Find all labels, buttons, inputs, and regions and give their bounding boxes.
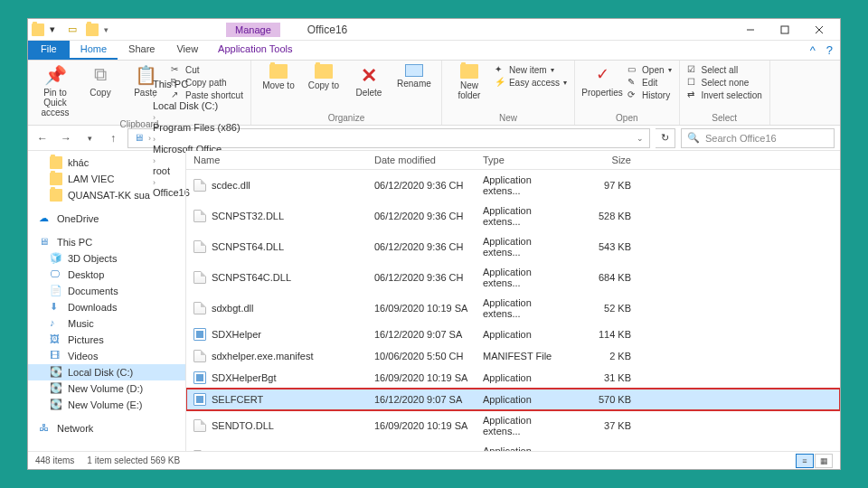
select-all-button[interactable]: ☑Select all [687, 64, 762, 75]
copy-to-button[interactable]: Copy to [304, 64, 344, 90]
search-input[interactable]: 🔍 Search Office16 [681, 128, 835, 148]
minimize-button[interactable] [733, 19, 768, 41]
file-size: 31 KB [575, 369, 638, 387]
file-row[interactable]: SCNPST64.DLL06/12/2020 9:36 CHApplicatio… [186, 231, 840, 262]
column-type[interactable]: Type [476, 151, 575, 169]
refresh-button[interactable]: ↻ [656, 128, 675, 148]
file-name: SENDTO.DLL [212, 420, 274, 431]
view-tab[interactable]: View [165, 41, 209, 60]
thumbnails-view-button[interactable]: ▦ [815, 454, 833, 468]
file-row[interactable]: SDXHelperBgt16/09/2020 10:19 SAApplicati… [186, 367, 840, 389]
file-type: Application extens... [476, 411, 575, 440]
nav-item[interactable]: 🖵Desktop [28, 267, 185, 283]
address-bar-row: ← → ▾ ↑ 🖥 › This PC›Local Disk (C:)›Prog… [28, 126, 840, 151]
folder-icon [50, 173, 62, 185]
rename-button[interactable]: Rename [394, 64, 434, 89]
invert-selection-button[interactable]: ⇄Invert selection [687, 89, 762, 100]
up-button[interactable]: ↑ [104, 129, 122, 147]
file-tab[interactable]: File [28, 41, 70, 60]
nav-item[interactable]: 💽New Volume (D:) [28, 380, 185, 397]
navigation-pane[interactable]: khácLAM VIECQUANSAT-KK sua ☁OneDrive 🖥Th… [28, 151, 186, 451]
network-item[interactable]: 🖧Network [28, 420, 185, 436]
drive-icon: ♪ [50, 317, 62, 330]
nav-item[interactable]: 🎞Videos [28, 348, 185, 364]
maximize-button[interactable] [768, 19, 802, 41]
file-row[interactable]: SDXHelper16/12/2020 9:07 SAApplication11… [186, 324, 840, 345]
new-folder-button[interactable]: New folder [449, 64, 489, 100]
file-row[interactable]: SCNPST32.DLL06/12/2020 9:36 CHApplicatio… [186, 201, 840, 231]
nav-item[interactable]: ⬇Downloads [28, 299, 185, 315]
file-name: SCNPST64C.DLL [212, 272, 291, 283]
folder-icon [50, 156, 62, 169]
file-date: 06/12/2020 9:36 CH [367, 268, 476, 286]
file-list[interactable]: Name Date modified Type Size scdec.dll06… [186, 151, 840, 451]
breadcrumb-item[interactable]: This PC [153, 79, 241, 89]
file-icon [193, 393, 206, 406]
delete-button[interactable]: ✕Delete [349, 64, 389, 98]
manage-tab[interactable]: Manage [226, 23, 280, 37]
breadcrumb-item[interactable]: Local Disk (C:) [153, 100, 241, 111]
breadcrumb[interactable]: 🖥 › This PC›Local Disk (C:)›Program File… [127, 128, 650, 148]
group-label: Organize [259, 111, 434, 125]
file-row[interactable]: SENDTO.DLL16/09/2020 10:19 SAApplication… [186, 410, 840, 441]
help-icon[interactable]: ? [826, 41, 833, 60]
column-date[interactable]: Date modified [367, 151, 476, 169]
breadcrumb-item[interactable]: Program Files (x86) [153, 122, 241, 133]
new-item-button[interactable]: ✦New item ▾ [495, 64, 567, 75]
nav-item[interactable]: QUANSAT-KK sua [28, 187, 185, 203]
easy-access-button[interactable]: ⚡Easy access ▾ [495, 77, 567, 88]
copy-button[interactable]: ⧉Copy [80, 64, 120, 98]
column-name[interactable]: Name [186, 151, 367, 169]
file-row[interactable]: SCNPST64C.DLL06/12/2020 9:36 CHApplicati… [186, 262, 840, 293]
move-to-button[interactable]: Move to [259, 64, 298, 90]
selection-status: 1 item selected 569 KB [87, 455, 180, 465]
onedrive-item[interactable]: ☁OneDrive [28, 211, 185, 227]
drive-icon: 💽 [50, 399, 62, 411]
file-row[interactable]: SELFCERT16/12/2020 9:07 SAApplication570… [186, 389, 840, 410]
share-tab[interactable]: Share [118, 41, 165, 60]
file-row[interactable]: sdxbgt.dll16/09/2020 10:19 SAApplication… [186, 293, 840, 324]
recent-button[interactable]: ▾ [80, 129, 99, 147]
home-tab[interactable]: Home [70, 41, 118, 60]
nav-item[interactable]: 🖼Pictures [28, 332, 185, 348]
details-view-button[interactable]: ≡ [796, 454, 814, 468]
chevron-down-icon: ▾ [551, 66, 554, 74]
nav-item[interactable]: khác [28, 155, 185, 171]
properties-icon[interactable]: ▭ [68, 23, 80, 36]
expand-ribbon-icon[interactable]: ^ [810, 41, 816, 60]
column-size[interactable]: Size [575, 151, 638, 169]
application-tools-tab[interactable]: Application Tools [209, 41, 301, 60]
nav-item[interactable]: LAM VIEC [28, 171, 185, 187]
this-pc-item[interactable]: 🖥This PC [28, 234, 185, 250]
down-icon[interactable]: ▾ [50, 23, 62, 36]
properties-button[interactable]: ✓Properties [582, 64, 622, 98]
explorer-window: ▾ ▭ ▾ Manage Office16 File Home Share Vi… [27, 18, 841, 470]
file-row[interactable]: SEQCHK10.DLL06/12/2020 9:36 CHApplicatio… [186, 441, 840, 451]
nav-item[interactable]: 💽New Volume (E:) [28, 397, 185, 413]
cut-button[interactable]: ✂Cut [171, 64, 243, 75]
pin-icon: 📌 [44, 64, 66, 86]
copy-to-icon [315, 64, 333, 79]
edit-button[interactable]: ✎Edit [627, 77, 671, 88]
open-button[interactable]: ▭Open ▾ [627, 64, 671, 75]
properties-icon: ✓ [591, 64, 613, 86]
pin-button[interactable]: 📌Pin to Quick access [35, 64, 75, 117]
select-none-button[interactable]: ☐Select none [687, 77, 762, 88]
back-button[interactable]: ← [33, 129, 52, 147]
file-row[interactable]: scdec.dll06/12/2020 9:36 CHApplication e… [186, 170, 840, 201]
chevron-down-icon[interactable]: ⌄ [637, 134, 644, 143]
file-icon [193, 179, 206, 192]
history-button[interactable]: ⟳History [627, 89, 671, 100]
pc-icon: 🖥 [134, 132, 146, 145]
drive-icon: 💽 [50, 366, 62, 379]
file-row[interactable]: sdxhelper.exe.manifest10/06/2020 5:50 CH… [186, 345, 840, 367]
forward-button[interactable]: → [57, 129, 75, 147]
nav-item[interactable]: 💽Local Disk (C:) [28, 364, 185, 380]
nav-item[interactable]: 📄Documents [28, 283, 185, 299]
list-header: Name Date modified Type Size [186, 151, 840, 170]
nav-item[interactable]: 🧊3D Objects [28, 250, 185, 267]
nav-item[interactable]: ♪Music [28, 315, 185, 332]
folder-icon[interactable] [86, 23, 99, 36]
close-button[interactable] [802, 19, 836, 41]
file-icon [193, 371, 206, 384]
